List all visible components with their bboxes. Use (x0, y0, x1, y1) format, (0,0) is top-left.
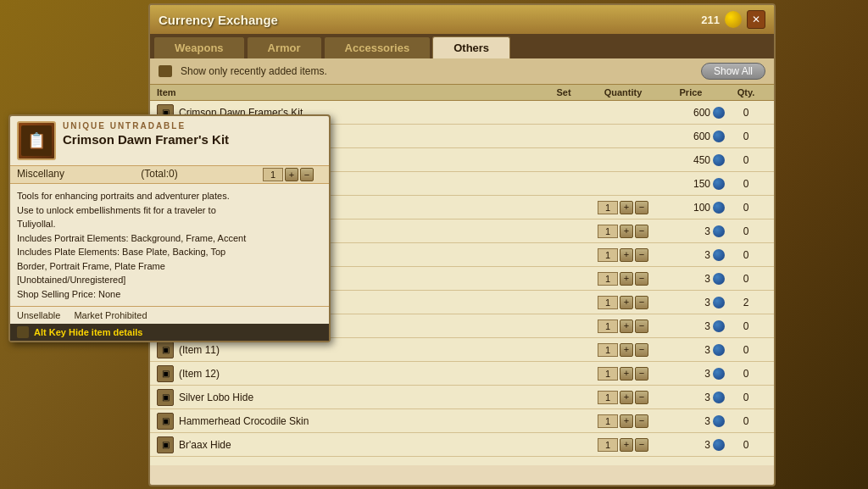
tooltip-qty-minus[interactable]: − (300, 168, 314, 181)
item-qty-right: 0 (725, 392, 767, 403)
tab-armor[interactable]: Armor (247, 36, 322, 58)
tooltip-total: (Total:0) (141, 168, 177, 181)
price-coin-icon (713, 297, 725, 308)
qty-minus-button[interactable]: − (635, 272, 648, 286)
item-price: 3 (657, 368, 725, 380)
qty-minus-button[interactable]: − (635, 320, 648, 333)
item-name: Br'aax Hide (179, 439, 538, 451)
price-coin-icon (713, 249, 725, 261)
col-qty-right-header: Qty. (725, 87, 767, 97)
item-icon: ▣ (157, 342, 174, 358)
item-icon: ▣ (157, 413, 174, 430)
item-qty-right: 0 (725, 154, 767, 166)
tooltip-misc-line: Miscellany (Total:0) + − (10, 165, 329, 184)
item-icon: ▣ (157, 389, 174, 406)
col-price-header: Price (657, 87, 725, 97)
qty-controls: +− (589, 438, 657, 452)
tab-accessories[interactable]: Accessories (324, 36, 431, 58)
tooltip-unique-label: UNIQUE UNTRADABLE (63, 121, 322, 131)
qty-controls: +− (589, 391, 657, 404)
tooltip-header: 📋 UNIQUE UNTRADABLE Crimson Dawn Framer'… (10, 116, 329, 165)
item-name: (Item 12) (179, 368, 538, 380)
tooltip-unsellable-label: Unsellable (17, 310, 60, 320)
close-button[interactable]: ✕ (747, 10, 765, 29)
qty-controls: +− (589, 296, 657, 309)
tooltip-category: Miscellany (17, 168, 64, 181)
table-row[interactable]: ▣(Item 12)+−30 (150, 362, 774, 386)
price-coin-icon (713, 368, 725, 380)
qty-plus-button[interactable]: + (620, 248, 633, 262)
table-row[interactable]: ▣Br'aax Hide+−30 (150, 433, 774, 457)
tab-others[interactable]: Others (432, 36, 510, 58)
qty-input[interactable] (598, 367, 618, 381)
qty-input[interactable] (598, 320, 618, 333)
qty-minus-button[interactable]: − (635, 296, 648, 309)
qty-plus-button[interactable]: + (620, 320, 633, 333)
qty-minus-button[interactable]: − (635, 367, 648, 381)
price-coin-icon (713, 415, 725, 427)
price-coin-icon (713, 202, 725, 214)
show-all-button[interactable]: Show All (701, 63, 765, 80)
tooltip-item-icon-inner: 📋 (21, 125, 52, 156)
qty-input[interactable] (598, 201, 618, 214)
qty-controls: +− (589, 248, 657, 262)
tooltip-footer: Unsellable Market Prohibited (10, 306, 329, 324)
qty-plus-button[interactable]: + (620, 296, 633, 309)
item-price: 3 (657, 225, 725, 237)
item-icon: ▣ (157, 436, 174, 453)
item-tooltip: 📋 UNIQUE UNTRADABLE Crimson Dawn Framer'… (8, 114, 331, 342)
qty-minus-button[interactable]: − (635, 414, 648, 428)
item-qty-right: 0 (725, 107, 767, 119)
item-qty-right: 0 (725, 249, 767, 261)
price-coin-icon (713, 273, 725, 285)
qty-plus-button[interactable]: + (620, 367, 633, 381)
qty-minus-button[interactable]: − (635, 438, 648, 452)
qty-input[interactable] (598, 414, 618, 428)
tooltip-qty-plus[interactable]: + (285, 168, 298, 181)
tooltip-unsellable-line: Unsellable Market Prohibited (17, 310, 322, 320)
item-price: 3 (657, 392, 725, 403)
qty-plus-button[interactable]: + (620, 438, 633, 452)
item-qty-right: 0 (725, 131, 767, 142)
qty-controls: +− (589, 201, 657, 214)
qty-minus-button[interactable]: − (635, 201, 648, 214)
item-qty-right: 0 (725, 368, 767, 380)
qty-input[interactable] (598, 225, 618, 238)
tooltip-item-icon: 📋 (17, 121, 56, 160)
qty-input[interactable] (598, 343, 618, 357)
qty-input[interactable] (598, 296, 618, 309)
qty-input[interactable] (598, 438, 618, 452)
qty-plus-button[interactable]: + (620, 391, 633, 404)
item-qty-right: 0 (725, 439, 767, 451)
qty-minus-button[interactable]: − (635, 248, 648, 262)
qty-input[interactable] (598, 248, 618, 262)
qty-plus-button[interactable]: + (620, 343, 633, 357)
filter-bar: Show only recently added items. Show All (150, 58, 774, 85)
table-row[interactable]: ▣Hammerhead Crocodile Skin+−30 (150, 409, 774, 433)
qty-plus-button[interactable]: + (620, 201, 633, 214)
item-name: Hammerhead Crocodile Skin (179, 415, 538, 427)
item-qty-right: 0 (725, 202, 767, 214)
table-row[interactable]: ▣Silver Lobo Hide+−30 (150, 386, 774, 409)
item-price: 3 (657, 249, 725, 261)
item-name: (Item 11) (179, 344, 538, 356)
qty-input[interactable] (598, 272, 618, 286)
item-qty-right: 0 (725, 178, 767, 190)
qty-plus-button[interactable]: + (620, 414, 633, 428)
qty-minus-button[interactable]: − (635, 391, 648, 404)
qty-controls: +− (589, 272, 657, 286)
item-price: 100 (657, 202, 725, 214)
tooltip-qty-input[interactable] (263, 168, 283, 181)
item-price: 3 (657, 273, 725, 285)
tab-weapons[interactable]: Weapons (153, 36, 245, 58)
item-price: 3 (657, 320, 725, 332)
qty-plus-button[interactable]: + (620, 272, 633, 286)
qty-input[interactable] (598, 391, 618, 404)
price-coin-icon (713, 392, 725, 403)
qty-plus-button[interactable]: + (620, 225, 633, 238)
qty-minus-button[interactable]: − (635, 343, 648, 357)
col-qty-header: Quantity (589, 87, 657, 97)
qty-minus-button[interactable]: − (635, 225, 648, 238)
price-coin-icon (713, 344, 725, 356)
title-bar: Currency Exchange 211 ✕ (150, 5, 774, 34)
